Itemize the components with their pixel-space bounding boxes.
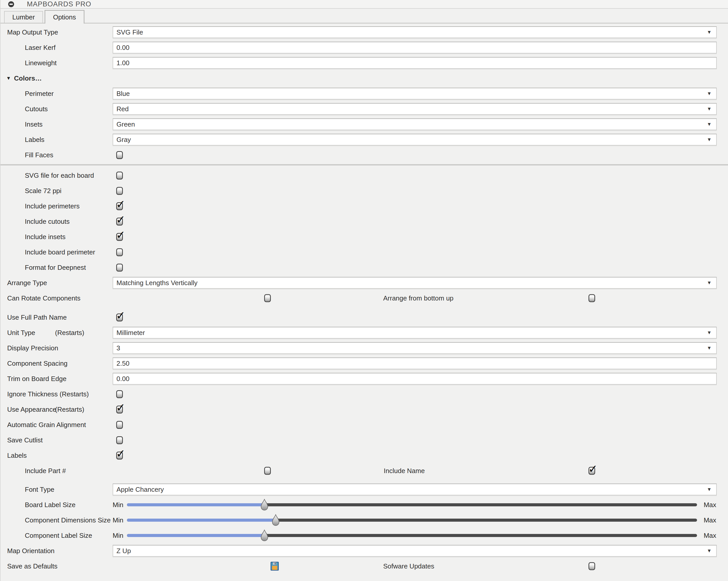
slider-thumb[interactable] (261, 499, 268, 511)
include-board-perimeter-checkbox[interactable] (116, 248, 123, 256)
lineweight-label: Lineweight (1, 59, 113, 67)
row-component-dim-size: Component Dimensions Size Min Max (1, 513, 728, 528)
arrange-type-dropdown[interactable]: Matching Lengths Vertically ▼ (113, 277, 717, 289)
row-can-rotate: Can Rotate Components Arrange from botto… (1, 290, 728, 306)
fill-faces-checkbox[interactable] (116, 151, 123, 159)
include-name-label: Include Name (384, 467, 425, 475)
trim-board-edge-label: Trim on Board Edge (1, 375, 113, 383)
mapboards-pro-window: MAPBOARDS PRO Lumber Options Map Output … (0, 0, 728, 581)
chevron-down-icon: ▼ (707, 487, 711, 492)
chevron-down-icon: ▼ (707, 345, 711, 351)
insets-label: Insets (1, 120, 113, 128)
board-label-size-label: Board Label Size (1, 501, 113, 509)
include-insets-checkbox[interactable]: ✓ (116, 233, 123, 241)
colors-header-label: Colors… (14, 75, 42, 82)
row-component-spacing: Component Spacing 2.50 (1, 356, 728, 371)
row-save-defaults: Save as Defaults Sofware Updates (1, 558, 728, 574)
include-part-checkbox[interactable] (264, 467, 271, 475)
board-label-size-slider[interactable] (127, 503, 697, 506)
software-updates-label: Sofware Updates (383, 562, 434, 570)
slider-thumb[interactable] (261, 530, 268, 542)
include-insets-label: Include insets (1, 233, 113, 241)
unit-type-note: (Restarts) (55, 329, 84, 337)
fill-faces-label: Fill Faces (1, 151, 113, 159)
row-display-precision: Display Precision 3 ▼ (1, 340, 728, 356)
component-dim-size-slider[interactable] (127, 519, 697, 522)
check-icon: ✓ (116, 199, 125, 210)
slider-thumb[interactable] (272, 514, 280, 526)
display-precision-dropdown[interactable]: 3 ▼ (113, 342, 717, 354)
include-name-checkbox[interactable]: ✓ (589, 467, 595, 475)
tab-options[interactable]: Options (45, 10, 84, 24)
perimeter-color-dropdown[interactable]: Blue ▼ (113, 88, 717, 100)
labels-color-value: Gray (116, 136, 131, 144)
insets-color-dropdown[interactable]: Green ▼ (113, 118, 717, 130)
row-svg-each-board: SVG file for each board (1, 168, 728, 183)
unit-type-label: Unit Type (Restarts) (1, 329, 113, 337)
laser-kerf-value: 0.00 (116, 44, 130, 52)
component-label-size-slider[interactable] (127, 534, 697, 537)
labels-master-checkbox[interactable]: ✓ (116, 451, 123, 460)
software-updates-checkbox[interactable] (589, 562, 595, 570)
chevron-down-icon: ▼ (707, 280, 711, 286)
trim-board-edge-input[interactable]: 0.00 (113, 373, 717, 385)
floppy-disk-icon[interactable] (270, 562, 279, 571)
save-cutlist-checkbox[interactable] (116, 436, 123, 444)
scale-72-checkbox[interactable] (116, 187, 123, 195)
use-appearance-checkbox[interactable]: ✓ (116, 406, 123, 414)
arrange-bottom-up-label: Arrange from bottom up (383, 294, 453, 302)
component-spacing-value: 2.50 (116, 360, 130, 367)
slider-fill (127, 503, 264, 506)
save-defaults-label: Save as Defaults (1, 562, 113, 570)
row-format-deepnest: Format for Deepnest (1, 260, 728, 275)
laser-kerf-input[interactable]: 0.00 (113, 42, 717, 53)
ignore-thickness-checkbox[interactable] (116, 390, 123, 398)
chevron-down-icon: ▼ (707, 91, 711, 96)
include-perimeters-checkbox[interactable]: ✓ (116, 202, 123, 210)
minus-circle-icon[interactable] (8, 1, 14, 7)
row-labels-color: Labels Gray ▼ (1, 132, 728, 147)
use-appearance-note: (Restarts) (55, 406, 84, 414)
check-icon: ✓ (116, 402, 125, 413)
check-icon: ✓ (116, 448, 125, 459)
row-include-insets: Include insets ✓ (1, 229, 728, 245)
cutouts-color-dropdown[interactable]: Red ▼ (113, 103, 717, 115)
row-colors-header: ▼ Colors… (1, 71, 728, 86)
max-label: Max (704, 532, 716, 540)
map-output-type-dropdown[interactable]: SVG File ▼ (113, 26, 717, 38)
row-arrange-type: Arrange Type Matching Lengths Vertically… (1, 275, 728, 290)
section-divider (1, 164, 728, 165)
arrange-bottom-up-checkbox[interactable] (589, 294, 595, 302)
min-label: Min (113, 516, 123, 524)
check-icon: ✓ (116, 229, 125, 241)
include-board-perimeter-label: Include board perimeter (1, 248, 113, 256)
font-type-dropdown[interactable]: Apple Chancery ▼ (113, 483, 717, 495)
can-rotate-checkbox[interactable] (264, 294, 271, 302)
tab-lumber[interactable]: Lumber (4, 11, 43, 23)
colors-section-toggle[interactable]: ▼ Colors… (1, 75, 42, 82)
lineweight-input[interactable]: 1.00 (113, 57, 717, 69)
format-deepnest-label: Format for Deepnest (1, 264, 113, 272)
map-output-type-label: Map Output Type (1, 28, 113, 36)
row-unit-type: Unit Type (Restarts) Millimeter ▼ (1, 325, 728, 340)
arrange-type-label: Arrange Type (1, 279, 113, 287)
lineweight-value: 1.00 (116, 59, 130, 67)
perimeter-color-value: Blue (116, 90, 130, 98)
row-insets-color: Insets Green ▼ (1, 117, 728, 132)
trim-board-edge-value: 0.00 (116, 375, 130, 383)
use-full-path-checkbox[interactable]: ✓ (116, 313, 123, 322)
options-panel: Map Output Type SVG File ▼ Laser Kerf 0.… (1, 24, 728, 574)
labels-color-dropdown[interactable]: Gray ▼ (113, 134, 717, 145)
format-deepnest-checkbox[interactable] (116, 264, 123, 272)
map-orientation-dropdown[interactable]: Z Up ▼ (113, 545, 717, 557)
auto-grain-checkbox[interactable] (116, 421, 123, 429)
unit-type-dropdown[interactable]: Millimeter ▼ (113, 327, 717, 338)
row-include-part: Include Part # Include Name ✓ (1, 463, 728, 478)
row-include-perimeters: Include perimeters ✓ (1, 198, 728, 214)
row-lineweight: Lineweight 1.00 (1, 55, 728, 71)
include-part-label: Include Part # (1, 467, 113, 475)
include-cutouts-checkbox[interactable]: ✓ (116, 218, 123, 225)
can-rotate-label: Can Rotate Components (1, 294, 113, 302)
component-spacing-input[interactable]: 2.50 (113, 358, 717, 369)
svg-each-board-checkbox[interactable] (116, 172, 123, 179)
